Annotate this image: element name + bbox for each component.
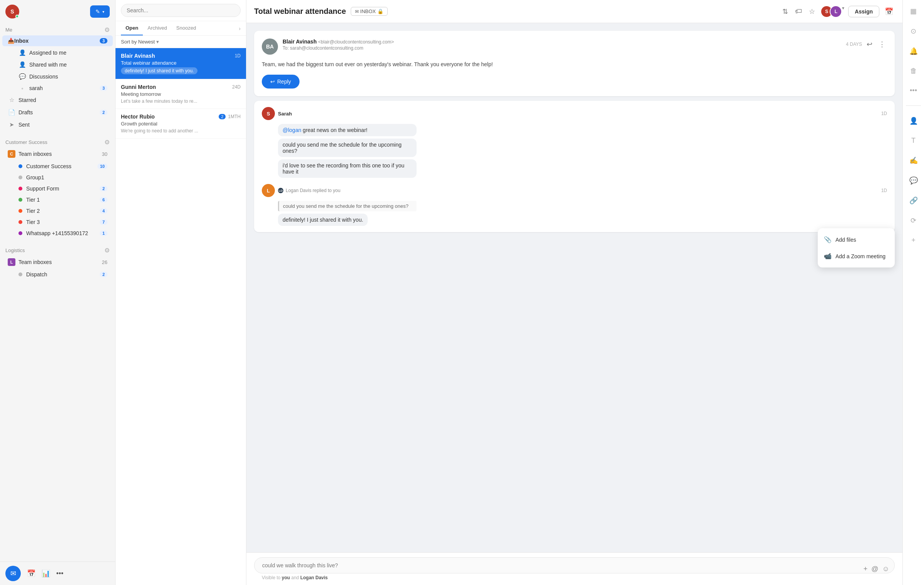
popup-add-zoom[interactable]: 📹 Add a Zoom meeting <box>818 248 895 264</box>
cs-team-badge: 30 <box>102 151 107 157</box>
right-sidebar: ▦ ⊙ 🔔 🗑 ••• 👤 T ✍ 💬 🔗 ⟳ + <box>902 0 924 585</box>
sidebar-item-tier1[interactable]: Tier 1 6 <box>13 194 113 205</box>
sidebar-item-group1[interactable]: Group1 <box>13 172 113 183</box>
cs-label: Customer Success <box>26 163 97 169</box>
sarah-chat-messages: @logan great news on the webinar! could … <box>262 124 887 178</box>
sidebar-top: S ✎ ▾ <box>0 0 115 23</box>
sidebar-history-icon[interactable]: ⊙ <box>908 25 919 38</box>
more-options-icon[interactable]: ⋮ <box>877 38 887 50</box>
conversation-item-blair[interactable]: Blair Avinash 1D Total webinar attendanc… <box>116 48 246 79</box>
logistics-team-inboxes[interactable]: L Team inboxes 26 <box>2 256 113 268</box>
inbox-lock-icon: 🔒 <box>377 8 383 14</box>
assign-button[interactable]: Assign <box>848 6 879 17</box>
chart-icon[interactable]: 📊 <box>42 569 50 578</box>
discussions-icon: 💬 <box>18 73 26 80</box>
popup-menu: 📎 Add files 📹 Add a Zoom meeting <box>818 228 895 267</box>
logistics-gear-icon[interactable]: ⚙ <box>104 247 110 254</box>
sidebar-item-discussions[interactable]: 💬 Discussions <box>13 71 113 82</box>
starred-label: Starred <box>18 97 107 103</box>
sidebar-plus-icon[interactable]: + <box>909 234 918 247</box>
email-sender-avatar: BA <box>262 38 278 55</box>
dispatch-badge: 2 <box>100 272 107 277</box>
conv-preview-blair: definitely! I just shared it with you. <box>121 67 241 74</box>
tab-snoozed[interactable]: Snoozed <box>172 21 201 35</box>
sidebar-item-shared-with-me[interactable]: 👤 Shared with me <box>13 59 113 70</box>
compose-input[interactable] <box>254 557 895 573</box>
mail-icon-button[interactable]: ✉ <box>5 566 21 581</box>
email-from: Blair Avinash <box>283 38 316 45</box>
conversation-item-hector[interactable]: Hector Rubio 2 1MTH Growth potential We'… <box>116 109 246 139</box>
user-avatar[interactable]: S <box>5 5 19 18</box>
sf-dot-icon <box>18 187 22 191</box>
conv-header-gunni: Gunni Merton 24D <box>121 84 241 90</box>
logan-chat-info: L LD Logan Davis replied to you 1D <box>262 184 887 197</box>
sidebar-item-tier2[interactable]: Tier 2 4 <box>13 206 113 216</box>
sent-label: Sent <box>18 122 107 128</box>
sidebar-signature-icon[interactable]: ✍ <box>907 154 920 167</box>
wa-label: Whatsapp +14155390172 <box>26 230 100 236</box>
main-header: Total webinar attendance ✉ INBOX 🔒 ⇅ 🏷 ☆… <box>246 0 902 23</box>
conv-name-hector: Hector Rubio <box>121 114 155 120</box>
sidebar-item-dispatch[interactable]: Dispatch 2 <box>13 269 113 280</box>
more-icon[interactable]: ••• <box>56 570 64 578</box>
email-time: 4 DAYS <box>846 42 862 47</box>
sidebar-expand-icon[interactable]: ⟳ <box>908 214 919 227</box>
compose-chevron: ▾ <box>102 10 104 14</box>
sidebar-inbox-icon[interactable]: ▦ <box>908 5 919 18</box>
cs-team-inboxes[interactable]: C Team inboxes 30 <box>2 148 113 160</box>
calendar-header-icon[interactable]: 📅 <box>883 6 895 17</box>
sidebar-item-sarah[interactable]: ● sarah 3 <box>13 83 113 94</box>
sidebar-trash-icon[interactable]: 🗑 <box>908 65 919 77</box>
label-icon-button[interactable]: 🏷 <box>793 6 803 17</box>
sidebar-item-drafts[interactable]: 📄 Drafts 2 <box>2 107 113 118</box>
drafts-badge: 2 <box>100 110 107 115</box>
logan-section: L LD Logan Davis replied to you 1D could… <box>262 184 887 226</box>
customer-success-section-label: Customer Success <box>5 139 47 145</box>
compose-spacer: 📎 Add files 📹 Add a Zoom meeting <box>254 237 895 267</box>
sort-icon-button[interactable]: ⇅ <box>781 6 790 17</box>
conv-time-blair: 1D <box>235 53 241 58</box>
sidebar-item-whatsapp[interactable]: Whatsapp +14155390172 1 <box>13 228 113 239</box>
sidebar-more-icon[interactable]: ••• <box>907 84 919 97</box>
mention-button[interactable]: @ <box>871 565 878 573</box>
conversation-item-gunni[interactable]: Gunni Merton 24D Meeting tomorrow Let's … <box>116 79 246 109</box>
sidebar-chat-icon[interactable]: 💬 <box>907 174 920 187</box>
emoji-button[interactable]: ☺ <box>882 565 889 573</box>
sidebar-item-tier3[interactable]: Tier 3 7 <box>13 217 113 227</box>
t3-dot-icon <box>18 220 22 224</box>
sort-bar[interactable]: Sort by Newest ▾ <box>116 36 246 48</box>
sidebar-item-sent[interactable]: ➤ Sent <box>2 119 113 130</box>
conv-preview-hector: We're going to need to add another ... <box>121 128 241 134</box>
sidebar-item-support-form[interactable]: Support Form 2 <box>13 183 113 194</box>
compose-button[interactable]: ✎ ▾ <box>90 5 110 18</box>
cs-gear-icon[interactable]: ⚙ <box>104 139 110 146</box>
tab-archived[interactable]: Archived <box>143 21 172 35</box>
calendar-icon[interactable]: 📅 <box>27 569 35 578</box>
avatars-chevron-icon[interactable]: ▾ <box>842 5 844 18</box>
sort-label: Sort by Newest <box>121 39 155 45</box>
popup-add-files[interactable]: 📎 Add files <box>818 231 895 248</box>
search-input[interactable] <box>121 4 241 17</box>
logistics-header: Logistics ⚙ <box>0 244 115 256</box>
sidebar-notification-icon[interactable]: 🔔 <box>907 45 920 58</box>
sidebar-person-icon[interactable]: 👤 <box>907 114 920 127</box>
logan-messages: could you send me the schedule for the u… <box>262 201 887 226</box>
sidebar-item-customer-success[interactable]: Customer Success 10 <box>13 161 113 172</box>
sidebar-text-icon[interactable]: T <box>909 134 918 147</box>
inbox-item[interactable]: 📥 Inbox 3 <box>2 35 113 46</box>
tabs-chevron-icon[interactable]: › <box>239 25 241 32</box>
logan-replied-label: Logan Davis replied to you <box>286 188 340 193</box>
sidebar-item-starred[interactable]: ☆ Starred <box>2 94 113 106</box>
me-gear-icon[interactable]: ⚙ <box>104 26 110 33</box>
tab-open[interactable]: Open <box>121 21 143 35</box>
reply-inline-icon[interactable]: ↩ <box>865 38 874 50</box>
reply-arrow-icon: ↩ <box>270 79 275 85</box>
logan-quoted-bubble: could you send me the schedule for the u… <box>278 201 417 211</box>
filter-tabs: Open Archived Snoozed › <box>116 21 246 36</box>
star-icon-button[interactable]: ☆ <box>807 6 817 17</box>
reply-button[interactable]: ↩ Reply <box>262 75 300 89</box>
sidebar-item-assigned-to-me[interactable]: 👤 Assigned to me <box>13 47 113 58</box>
sidebar-link-icon[interactable]: 🔗 <box>907 194 920 207</box>
add-attachment-button[interactable]: + <box>864 565 868 573</box>
email-sender-name: Blair Avinash <blair@cloudcontentconsult… <box>283 38 841 45</box>
